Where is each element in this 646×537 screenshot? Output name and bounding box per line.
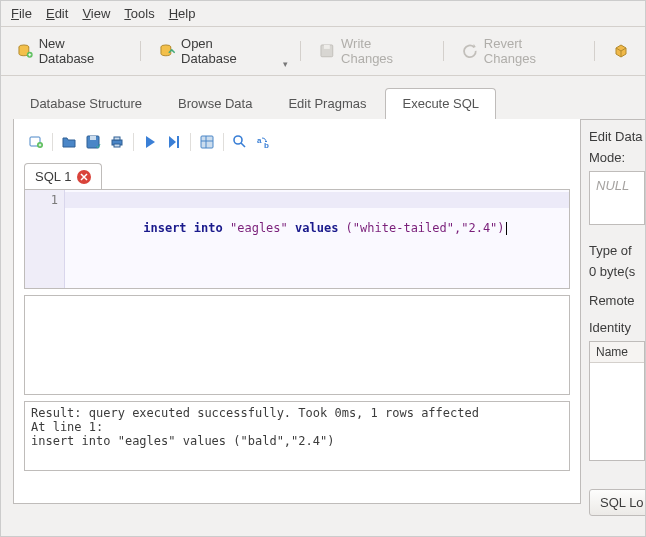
open-database-icon	[159, 43, 175, 59]
results-grid[interactable]	[24, 295, 570, 395]
separator	[594, 41, 595, 61]
open-database-label: Open Database	[181, 36, 270, 66]
menubar: File Edit View Tools Help	[1, 1, 645, 27]
revert-changes-label: Revert Changes	[484, 36, 576, 66]
cube-icon	[613, 43, 629, 59]
svg-rect-13	[201, 136, 213, 148]
write-changes-icon	[319, 43, 335, 59]
revert-changes-icon	[462, 43, 478, 59]
sql-editor[interactable]: 1 insert into "eagles" values ("white-ta…	[24, 189, 570, 289]
menu-help[interactable]: Help	[169, 6, 196, 21]
run-icon[interactable]	[142, 134, 158, 150]
sql-tab-1[interactable]: SQL 1	[24, 163, 102, 189]
identity-label: Identity	[589, 320, 645, 335]
print-icon[interactable]	[109, 134, 125, 150]
close-sql-tab-icon[interactable]	[77, 170, 91, 184]
name-column-header[interactable]: Name	[590, 342, 644, 363]
save-sql-icon[interactable]	[85, 134, 101, 150]
svg-rect-10	[114, 137, 120, 140]
execute-sql-pane: ab SQL 1 1 insert into "ea	[13, 119, 581, 504]
result-log[interactable]: Result: query executed successfully. Too…	[24, 401, 570, 471]
tab-edit-pragmas[interactable]: Edit Pragmas	[271, 88, 383, 119]
new-sql-tab-icon[interactable]	[28, 134, 44, 150]
separator	[443, 41, 444, 61]
sql-log-label: SQL Lo	[600, 495, 644, 510]
editor-code[interactable]: insert into "eagles" values ("white-tail…	[65, 190, 569, 288]
svg-text:a: a	[257, 136, 262, 145]
cell-editor[interactable]: NULL	[589, 171, 645, 225]
svg-rect-12	[177, 136, 179, 148]
separator	[140, 41, 141, 61]
svg-text:b: b	[264, 141, 269, 150]
find-icon[interactable]	[232, 134, 248, 150]
sql-subtabs: SQL 1	[24, 163, 570, 189]
write-changes-label: Write Changes	[341, 36, 425, 66]
open-sql-icon[interactable]	[61, 134, 77, 150]
side-header: Edit Data	[589, 129, 645, 144]
side-panel: Edit Data Mode: NULL Type of 0 byte(s Re…	[581, 119, 645, 516]
svg-rect-11	[114, 144, 120, 147]
tab-database-structure[interactable]: Database Structure	[13, 88, 159, 119]
cursor	[506, 222, 507, 235]
editor-gutter: 1	[25, 190, 65, 288]
new-database-label: New Database	[39, 36, 123, 66]
type-label: Type of	[589, 243, 645, 258]
size-label: 0 byte(s	[589, 264, 645, 279]
line-number: 1	[25, 193, 58, 207]
sql-log-button[interactable]: SQL Lo	[589, 489, 645, 516]
null-text: NULL	[596, 178, 629, 193]
remote-label: Remote	[589, 293, 645, 308]
new-database-icon	[17, 43, 33, 59]
svg-rect-8	[90, 136, 96, 140]
app-window: File Edit View Tools Help New Database O…	[0, 0, 646, 537]
identity-list[interactable]: Name	[589, 341, 645, 461]
main-toolbar: New Database Open Database ▾ Write Chang…	[1, 27, 645, 76]
find-replace-icon[interactable]: ab	[256, 134, 272, 150]
tab-browse-data[interactable]: Browse Data	[161, 88, 269, 119]
open-database-button[interactable]: Open Database	[153, 33, 276, 69]
svg-point-14	[234, 136, 242, 144]
menu-tools[interactable]: Tools	[124, 6, 154, 21]
extra-toolbar-button[interactable]	[607, 40, 635, 62]
main-tabs: Database Structure Browse Data Edit Prag…	[1, 80, 645, 119]
tab-execute-sql[interactable]: Execute SQL	[385, 88, 496, 119]
run-line-icon[interactable]	[166, 134, 182, 150]
save-result-icon[interactable]	[199, 134, 215, 150]
svg-rect-4	[324, 45, 330, 49]
menu-file[interactable]: File	[11, 6, 32, 21]
menu-view[interactable]: View	[82, 6, 110, 21]
workarea: ab SQL 1 1 insert into "ea	[1, 119, 645, 516]
sql-tab-1-label: SQL 1	[35, 169, 71, 184]
mode-label: Mode:	[589, 150, 645, 165]
sql-toolbar: ab	[24, 127, 570, 161]
revert-changes-button: Revert Changes	[456, 33, 582, 69]
new-database-button[interactable]: New Database	[11, 33, 128, 69]
open-database-dropdown[interactable]: ▾	[283, 59, 288, 69]
write-changes-button: Write Changes	[313, 33, 431, 69]
menu-edit[interactable]: Edit	[46, 6, 68, 21]
separator	[300, 41, 301, 61]
